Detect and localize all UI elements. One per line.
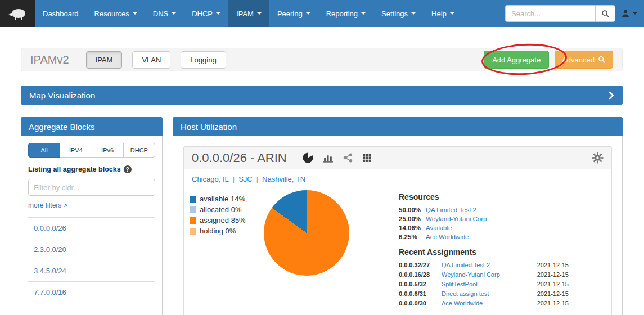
- list-item[interactable]: 0.0.0.0/26: [28, 218, 155, 239]
- resource-row: 25.00%Weyland-Yutani Corp: [399, 215, 569, 222]
- location-link[interactable]: SJC: [238, 175, 253, 183]
- legend-label: holding 0%: [200, 227, 236, 235]
- location-link[interactable]: Chicago, IL: [192, 175, 229, 183]
- list-item[interactable]: 7.7.0.0/16: [28, 282, 155, 303]
- nav-label: Reporting: [326, 10, 358, 18]
- assignment-cidr: 0.0.0.6/31: [399, 290, 442, 297]
- resource-link[interactable]: QA Limited Test 2: [426, 206, 476, 213]
- advanced-label: Advanced: [562, 56, 595, 64]
- resource-link[interactable]: Available: [426, 224, 452, 231]
- legend-swatch: [190, 206, 196, 213]
- pie-chart: [264, 190, 349, 276]
- block-title: 0.0.0.0/26 - ARIN: [192, 151, 287, 165]
- page-title: IPAMv2: [30, 53, 69, 66]
- nav-label: Help: [431, 10, 447, 18]
- search-input[interactable]: [505, 5, 595, 22]
- legend-label: allocated 0%: [200, 205, 241, 214]
- legend-item: holding 0%: [190, 227, 246, 235]
- listing-label-text: Listing all aggregate blocks: [28, 165, 121, 173]
- tab-logging[interactable]: Logging: [181, 51, 226, 69]
- chevron-down-icon: [306, 12, 310, 15]
- agg-tab-ipv6[interactable]: IPv6: [92, 143, 124, 158]
- chevron-down-icon: [133, 12, 137, 15]
- app-logo[interactable]: [0, 0, 35, 27]
- assignment-cidr: 0.0.0.32/27: [399, 262, 442, 268]
- agg-tab-ipv4[interactable]: IPV4: [60, 143, 92, 158]
- assignment-link[interactable]: Weyland-Yutani Corp: [442, 271, 528, 278]
- assignment-cidr: 0.0.0.0/30: [399, 300, 442, 307]
- cidr-filter-input[interactable]: [28, 179, 155, 196]
- map-visualization-bar[interactable]: Map Visualization: [21, 86, 623, 105]
- host-utilization-panel: Host Utilization 0.0.0.0/26 - ARIN: [173, 117, 623, 315]
- separator: [233, 175, 235, 183]
- resource-row: 6.25%Ace Worldwide: [399, 233, 569, 240]
- nav-peering[interactable]: Peering: [269, 0, 318, 27]
- nav-dns[interactable]: DNS: [145, 0, 184, 27]
- legend-item: assigned 85%: [190, 216, 246, 224]
- assignment-cidr: 0.0.0.5/32: [399, 281, 442, 287]
- nav-label: Settings: [381, 10, 408, 18]
- search-button[interactable]: [595, 5, 615, 22]
- resource-link[interactable]: Weyland-Yutani Corp: [426, 215, 487, 222]
- help-icon[interactable]: ?: [124, 165, 132, 173]
- top-navbar: Dashboard Resources DNS DHCP IPAM Peerin…: [0, 0, 644, 27]
- nav-label: Dashboard: [43, 10, 79, 18]
- legend-item: allocated 0%: [190, 205, 246, 214]
- nav-label: IPAM: [236, 10, 254, 18]
- nav-reporting[interactable]: Reporting: [318, 0, 373, 27]
- assignment-link[interactable]: QA Limited Test 2: [442, 262, 528, 268]
- aggregate-block-list: 0.0.0.0/26 2.3.0.0/20 3.4.5.0/24 7.7.0.0…: [28, 217, 155, 315]
- nav-label: DHCP: [192, 10, 213, 18]
- tab-ipam[interactable]: IPAM: [86, 51, 123, 69]
- assignment-date: 2021-12-15: [528, 271, 569, 278]
- nav-resources[interactable]: Resources: [87, 0, 145, 27]
- location-link[interactable]: Nashville, TN: [262, 175, 305, 183]
- bar-chart-icon[interactable]: [323, 153, 334, 163]
- legend-swatch: [190, 217, 196, 224]
- assignment-link[interactable]: Direct assign test: [442, 290, 528, 297]
- user-menu[interactable]: [621, 9, 637, 18]
- utilization-details: Resources 50.00%QA Limited Test 2 25.00%…: [399, 192, 569, 309]
- chevron-down-icon: [257, 12, 262, 15]
- add-aggregate-button[interactable]: Add Aggregate: [484, 51, 549, 69]
- grid-icon[interactable]: [362, 153, 372, 163]
- map-visualization-title: Map Visualization: [29, 91, 95, 100]
- pie-legend: available 14% allocated 0% assigned 85% …: [190, 195, 246, 237]
- resource-link[interactable]: Ace Worldwide: [426, 233, 469, 240]
- resource-pct: 50.00%: [399, 206, 426, 213]
- pie-chart-icon[interactable]: [303, 152, 313, 163]
- recent-assignments-heading: Recent Assignments: [399, 248, 569, 256]
- chevron-down-icon: [633, 12, 637, 15]
- agg-tab-dhcp[interactable]: DHCP: [123, 143, 155, 158]
- tab-vlan[interactable]: VLAN: [132, 51, 170, 69]
- list-item[interactable]: 2.3.0.0/20: [28, 239, 155, 260]
- utilization-box: 0.0.0.0/26 - ARIN: [183, 146, 612, 315]
- nav-label: DNS: [153, 10, 168, 18]
- separator: [256, 175, 258, 183]
- nav-ipam[interactable]: IPAM: [228, 0, 269, 27]
- aggregate-filter-tabs: All IPV4 IPv6 DHCP: [28, 143, 155, 158]
- assignment-row: 0.0.0.5/32SplitTestPool2021-12-15: [399, 281, 569, 287]
- share-icon[interactable]: [343, 153, 353, 163]
- nav-help[interactable]: Help: [424, 0, 462, 27]
- assignment-link[interactable]: SplitTestPool: [442, 281, 528, 287]
- host-utilization-header: Host Utilization: [173, 117, 623, 136]
- list-item[interactable]: [28, 303, 155, 315]
- settings-gear-icon[interactable]: [592, 152, 604, 164]
- nav-settings[interactable]: Settings: [373, 0, 424, 27]
- advanced-button[interactable]: Advanced: [555, 51, 613, 69]
- list-item[interactable]: 3.4.5.0/24: [28, 260, 155, 282]
- assignment-date: 2021-12-15: [528, 300, 569, 307]
- nav-dhcp[interactable]: DHCP: [184, 0, 228, 27]
- rhino-logo-icon: [7, 6, 28, 21]
- resource-row: 14.06%Available: [399, 224, 569, 231]
- listing-label: Listing all aggregate blocks ?: [28, 165, 155, 173]
- assignment-link[interactable]: Ace Worldwide: [442, 300, 528, 307]
- legend-label: assigned 85%: [200, 216, 246, 224]
- resource-pct: 25.00%: [399, 215, 426, 222]
- agg-tab-all[interactable]: All: [28, 143, 60, 158]
- more-filters-link[interactable]: more filters >: [28, 201, 67, 209]
- chevron-right-icon: [608, 91, 614, 100]
- chevron-down-icon: [411, 12, 416, 15]
- nav-dashboard[interactable]: Dashboard: [35, 0, 87, 27]
